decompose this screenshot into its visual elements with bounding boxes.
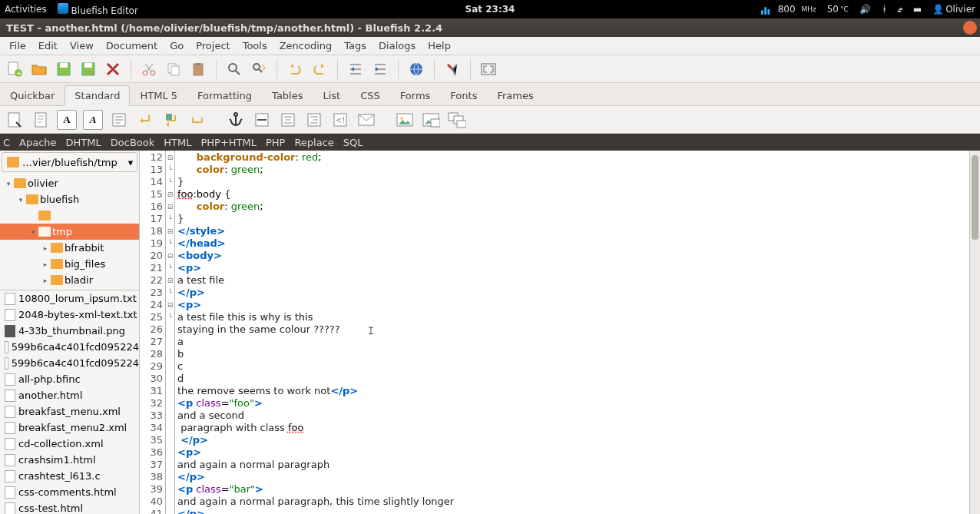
file-item[interactable]: 2048-bytes-xml-text.txt — [0, 307, 139, 323]
ctx-phphtml[interactable]: PHP+HTML — [200, 137, 257, 148]
tree-item[interactable]: ▾olivier — [0, 175, 139, 191]
battery-icon[interactable]: ▬ — [913, 4, 922, 15]
file-item[interactable]: breakfast_menu2.xml — [0, 419, 139, 436]
file-item[interactable]: 599b6ca4c401fcd095224 — [0, 355, 139, 371]
paste-button[interactable] — [188, 59, 208, 79]
tab-tables[interactable]: Tables — [262, 85, 313, 106]
wifi-icon[interactable]: ⸙ — [898, 4, 902, 15]
file-item[interactable]: breakfast_menu.xml — [0, 403, 139, 419]
file-item[interactable]: 10800_lorum_ipsum.txt — [0, 290, 139, 307]
tab-forms[interactable]: Forms — [390, 85, 441, 106]
open-file-button[interactable] — [29, 59, 49, 79]
paragraph-button[interactable] — [109, 110, 129, 130]
cut-button[interactable] — [139, 59, 159, 79]
comment-button[interactable]: <! — [330, 110, 350, 130]
menu-zencoding[interactable]: Zencoding — [273, 38, 339, 53]
multithumbnail-button[interactable] — [447, 110, 467, 130]
active-app-indicator[interactable]: Bluefish Editor — [58, 3, 138, 16]
break-button[interactable] — [135, 110, 155, 130]
ctx-c[interactable]: C — [3, 137, 10, 148]
tree-item[interactable]: ▾tmp — [0, 224, 139, 240]
ctx-php[interactable]: PHP — [266, 137, 285, 148]
ctx-dhtml[interactable]: DHTML — [66, 137, 101, 148]
tab-fonts[interactable]: Fonts — [440, 85, 487, 106]
file-item[interactable]: crashsim1.html — [0, 452, 139, 468]
file-list[interactable]: 10800_lorum_ipsum.txt2048-bytes-xml-text… — [0, 290, 139, 514]
ctx-replace[interactable]: Replace — [294, 137, 333, 148]
menu-tags[interactable]: Tags — [338, 38, 372, 53]
code-editor[interactable]: 1213141516171819202122232425262728293031… — [140, 151, 980, 514]
clock[interactable]: Sat 23:34 — [465, 4, 515, 15]
quickstart-button[interactable] — [5, 110, 25, 130]
tab-standard[interactable]: Standard — [65, 85, 130, 106]
anchor-button[interactable] — [226, 110, 246, 130]
rightalign-button[interactable] — [304, 110, 324, 130]
ctx-docbook[interactable]: DocBook — [111, 137, 154, 148]
body-button[interactable] — [31, 110, 51, 130]
temp-indicator[interactable]: 50°C — [827, 4, 849, 15]
tab-quickbar[interactable]: Quickbar — [0, 85, 65, 106]
ctx-sql[interactable]: SQL — [343, 137, 363, 148]
fullscreen-button[interactable] — [478, 59, 498, 79]
tree-item[interactable] — [0, 207, 139, 224]
cpu-indicator[interactable]: 800 MHz — [761, 4, 816, 15]
tree-item[interactable]: ▸bfrabbit — [0, 240, 139, 256]
expander-icon[interactable]: ▸ — [41, 260, 49, 268]
code-content[interactable]: background-color: red; color: green;}foo… — [175, 151, 969, 514]
tab-html5[interactable]: HTML 5 — [130, 85, 187, 106]
expander-icon[interactable]: ▸ — [41, 277, 49, 284]
bold-button[interactable]: A — [57, 110, 77, 130]
volume-icon[interactable]: 🔊 — [859, 4, 871, 15]
expander-icon[interactable]: ▸ — [41, 244, 49, 252]
italic-button[interactable]: A — [83, 110, 103, 130]
tab-css[interactable]: CSS — [350, 85, 390, 106]
file-item[interactable]: all-php.bfinc — [0, 371, 139, 387]
expander-icon[interactable]: ▾ — [29, 228, 37, 236]
menu-go[interactable]: Go — [164, 38, 190, 53]
copy-button[interactable] — [164, 59, 184, 79]
menu-dialogs[interactable]: Dialogs — [372, 38, 422, 53]
menu-file[interactable]: File — [3, 38, 32, 53]
fold-column[interactable]: ⊟└└⊟⊟└⊟└⊟└⊟└⊟└ — [166, 151, 175, 514]
file-item[interactable]: css-test.html — [0, 500, 139, 514]
menu-view[interactable]: View — [64, 38, 100, 53]
brclear-button[interactable] — [161, 110, 181, 130]
file-item[interactable]: crashtest_l613.c — [0, 468, 139, 484]
ctx-apache[interactable]: Apache — [19, 137, 57, 148]
path-selector[interactable]: …vier/bluefish/tmp ▾ — [2, 152, 137, 172]
scrollbar-thumb[interactable] — [972, 155, 978, 240]
menu-document[interactable]: Document — [100, 38, 164, 53]
new-file-button[interactable]: + — [5, 59, 25, 79]
preferences-button[interactable] — [442, 59, 462, 79]
expander-icon[interactable]: ▾ — [5, 180, 12, 187]
unindent-button[interactable] — [346, 59, 366, 79]
undo-button[interactable] — [285, 59, 305, 79]
tab-frames[interactable]: Frames — [487, 85, 543, 106]
file-item[interactable]: 4-33b_thumbnail.png — [0, 323, 139, 339]
center-button[interactable] — [278, 110, 298, 130]
find-replace-button[interactable] — [249, 59, 269, 79]
window-titlebar[interactable]: TEST - another.html (/home/olivier/bluef… — [0, 18, 980, 37]
tree-item[interactable]: ▾bluefish — [0, 191, 139, 207]
find-button[interactable] — [224, 59, 244, 79]
redo-button[interactable] — [310, 59, 329, 79]
vertical-scrollbar[interactable] — [969, 151, 980, 514]
image-button[interactable] — [395, 110, 415, 130]
hrule-button[interactable] — [252, 110, 272, 130]
activities-button[interactable]: Activities — [5, 4, 47, 15]
file-item[interactable]: another.html — [0, 387, 139, 403]
close-file-button[interactable] — [103, 59, 123, 79]
tab-list[interactable]: List — [313, 85, 350, 106]
file-item[interactable]: 599b6ca4c401fcd095224 — [0, 339, 139, 355]
thumbnail-button[interactable] — [421, 110, 441, 130]
bluetooth-icon[interactable]: ᚼ — [882, 4, 887, 15]
file-item[interactable]: cd-collection.xml — [0, 436, 139, 452]
tab-formatting[interactable]: Formatting — [187, 85, 262, 106]
folder-tree[interactable]: ▾olivier▾bluefish▾tmp▸bfrabbit▸big_files… — [0, 174, 139, 290]
chevron-down-icon[interactable]: ▾ — [126, 157, 135, 168]
indent-button[interactable] — [370, 59, 390, 79]
nbsp-button[interactable] — [187, 110, 207, 130]
preview-browser-button[interactable] — [406, 59, 426, 79]
user-menu[interactable]: 👤 Olivier — [932, 4, 975, 15]
ctx-html[interactable]: HTML — [164, 137, 191, 148]
